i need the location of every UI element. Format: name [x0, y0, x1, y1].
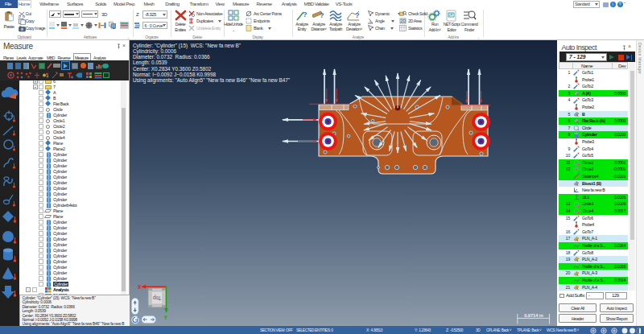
svg-text:?: ?: [355, 11, 360, 19]
svg-text:Top: Top: [152, 295, 161, 301]
svg-text:?: ?: [303, 10, 308, 19]
svg-text:2D: 2D: [401, 19, 407, 23]
svg-text:?: ?: [320, 11, 324, 19]
svg-text:0.9714 in: 0.9714 in: [524, 313, 543, 318]
svg-text:c#: c#: [449, 13, 453, 17]
svg-text:X: X: [138, 284, 142, 290]
svg-text:Y: Y: [164, 315, 168, 320]
